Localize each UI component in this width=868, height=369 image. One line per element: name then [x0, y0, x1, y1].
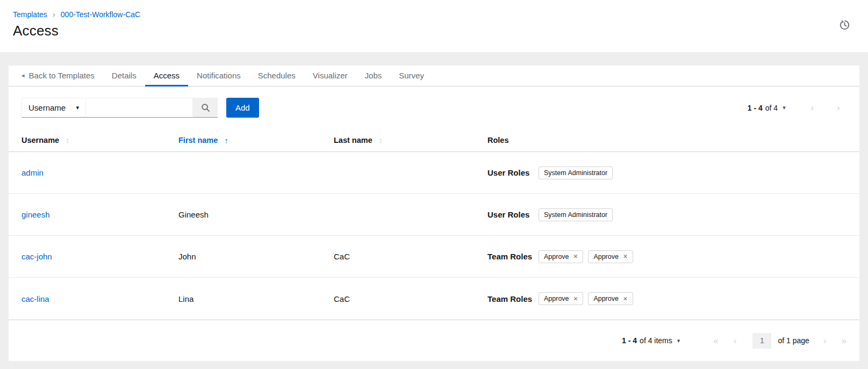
- back-triangle-icon: ◂: [21, 72, 25, 79]
- breadcrumb-separator-icon: ›: [53, 10, 55, 19]
- breadcrumb-link-templates[interactable]: Templates: [13, 10, 47, 19]
- per-page-toggle-icon[interactable]: ▾: [783, 104, 786, 111]
- table-header-row: Username ↕ First name ↑ Last name ↕ Role…: [9, 129, 859, 152]
- column-header-last-name[interactable]: Last name ↕: [334, 136, 487, 144]
- last-page-button[interactable]: »: [842, 336, 847, 345]
- chip-group: Approve ✕ Approve ✕: [539, 250, 633, 263]
- sort-ascending-icon[interactable]: ↑: [224, 136, 228, 145]
- page-count-label: of 1 page: [778, 336, 809, 345]
- tab-access[interactable]: Access: [145, 66, 188, 86]
- tab-back-to-templates[interactable]: ◂ Back to Templates: [13, 66, 103, 86]
- history-icon: [838, 19, 851, 31]
- next-page-button[interactable]: ›: [823, 336, 827, 345]
- filter-key-label: Username: [28, 103, 66, 112]
- chip-group: System Administrator: [539, 208, 613, 221]
- first-name-cell: Lina: [178, 294, 334, 303]
- role-type-label: User Roles: [487, 168, 539, 177]
- role-type-label: Team Roles: [487, 294, 539, 303]
- chip-remove-button[interactable]: ✕: [623, 254, 628, 259]
- items-of-total: of 4 items: [640, 336, 672, 345]
- role-chip: Approve ✕: [539, 292, 583, 305]
- column-header-username[interactable]: Username ↕: [21, 136, 178, 144]
- search-button[interactable]: [193, 98, 218, 118]
- chip-group: Approve ✕ Approve ✕: [539, 292, 633, 305]
- table-row: gineesh Gineesh User Roles System Admini…: [9, 194, 859, 236]
- chip-label: Approve: [544, 295, 569, 302]
- close-icon: ✕: [573, 295, 578, 302]
- page-title: Access: [13, 23, 855, 39]
- tab-survey[interactable]: Survey: [390, 66, 433, 86]
- roles-cell: Team Roles Approve ✕ Approve ✕: [487, 250, 847, 263]
- pagination-range: 1 - 4: [748, 104, 763, 112]
- column-label: Username: [21, 136, 59, 144]
- column-label: Roles: [487, 136, 509, 144]
- table-row: admin User Roles System Administrator: [9, 152, 859, 194]
- current-page-input[interactable]: [752, 333, 771, 349]
- first-name-cell: John: [178, 252, 334, 261]
- username-link[interactable]: cac-john: [21, 252, 52, 261]
- main-card: ◂ Back to Templates Details Access Notif…: [9, 66, 859, 361]
- tab-notifications[interactable]: Notifications: [188, 66, 249, 86]
- last-name-cell: CaC: [334, 294, 487, 303]
- chip-group: System Administrator: [539, 167, 613, 179]
- top-pagination: 1 - 4 of 4 ▾ ‹ ›: [748, 103, 847, 112]
- items-range: 1 - 4: [622, 336, 637, 345]
- add-button[interactable]: Add: [226, 98, 259, 118]
- filter-key-dropdown[interactable]: Username ▾: [21, 98, 86, 118]
- toolbar: Username ▾ Add 1 - 4 of 4 ▾ ‹ ›: [9, 86, 859, 129]
- tab-bar: ◂ Back to Templates Details Access Notif…: [9, 66, 859, 86]
- items-summary: 1 - 4 of 4 items ▾: [622, 336, 680, 345]
- roles-cell: User Roles System Administrator: [487, 167, 847, 179]
- caret-down-icon: ▾: [76, 104, 79, 111]
- prev-page-button[interactable]: ‹: [734, 336, 737, 345]
- chip-label: Approve: [544, 253, 569, 261]
- table-row: cac-lina Lina CaC Team Roles Approve ✕ A…: [9, 278, 859, 320]
- chip-remove-button[interactable]: ✕: [573, 254, 578, 259]
- next-page-button[interactable]: ›: [837, 103, 840, 112]
- column-header-roles: Roles: [487, 136, 847, 144]
- role-type-label: Team Roles: [487, 252, 539, 261]
- breadcrumb-link-template-name[interactable]: 000-Test-Workflow-CaC: [61, 10, 140, 19]
- close-icon: ✕: [573, 253, 578, 259]
- close-icon: ✕: [623, 295, 628, 302]
- tab-label: Back to Templates: [29, 71, 95, 80]
- table-row: cac-john John CaC Team Roles Approve ✕ A…: [9, 236, 859, 278]
- role-chip: Approve ✕: [539, 250, 583, 263]
- username-link[interactable]: admin: [21, 168, 44, 177]
- close-icon: ✕: [623, 253, 628, 259]
- pagination-total: of 4: [765, 104, 778, 112]
- tab-jobs[interactable]: Jobs: [356, 66, 391, 86]
- chip-label: System Administrator: [544, 211, 607, 219]
- tab-visualizer[interactable]: Visualizer: [304, 66, 356, 86]
- prev-page-button[interactable]: ‹: [811, 103, 814, 112]
- column-header-first-name[interactable]: First name ↑: [178, 136, 334, 145]
- page-header: Templates › 000-Test-Workflow-CaC Access: [0, 0, 868, 52]
- chip-label: Approve: [593, 253, 619, 261]
- last-name-cell: CaC: [334, 252, 487, 261]
- chip-label: System Administrator: [544, 169, 607, 177]
- roles-cell: User Roles System Administrator: [487, 208, 847, 221]
- chip-remove-button[interactable]: ✕: [623, 296, 628, 302]
- role-chip: Approve ✕: [588, 250, 633, 263]
- history-button[interactable]: [837, 18, 852, 32]
- tab-details[interactable]: Details: [103, 66, 145, 86]
- sort-icon[interactable]: ↕: [66, 136, 69, 144]
- roles-cell: Team Roles Approve ✕ Approve ✕: [487, 292, 847, 305]
- table-body: admin User Roles System Administrator gi…: [9, 152, 859, 320]
- access-table: Username ↕ First name ↑ Last name ↕ Role…: [9, 129, 859, 320]
- first-name-cell: Gineesh: [178, 210, 334, 219]
- sort-icon[interactable]: ↕: [379, 136, 383, 144]
- chip-remove-button[interactable]: ✕: [573, 296, 578, 302]
- username-link[interactable]: cac-lina: [21, 294, 49, 303]
- username-link[interactable]: gineesh: [21, 210, 50, 219]
- chip-label: Approve: [593, 295, 619, 302]
- first-page-button[interactable]: «: [713, 336, 718, 345]
- tab-schedules[interactable]: Schedules: [249, 66, 304, 86]
- role-chip: System Administrator: [539, 167, 613, 179]
- column-label: Last name: [334, 136, 372, 144]
- column-label: First name: [178, 136, 218, 144]
- search-input[interactable]: [85, 98, 193, 118]
- per-page-toggle-icon[interactable]: ▾: [677, 337, 680, 344]
- page-navigation: « ‹ of 1 page › »: [713, 333, 847, 349]
- footer-pagination: 1 - 4 of 4 items ▾ « ‹ of 1 page › »: [9, 320, 859, 361]
